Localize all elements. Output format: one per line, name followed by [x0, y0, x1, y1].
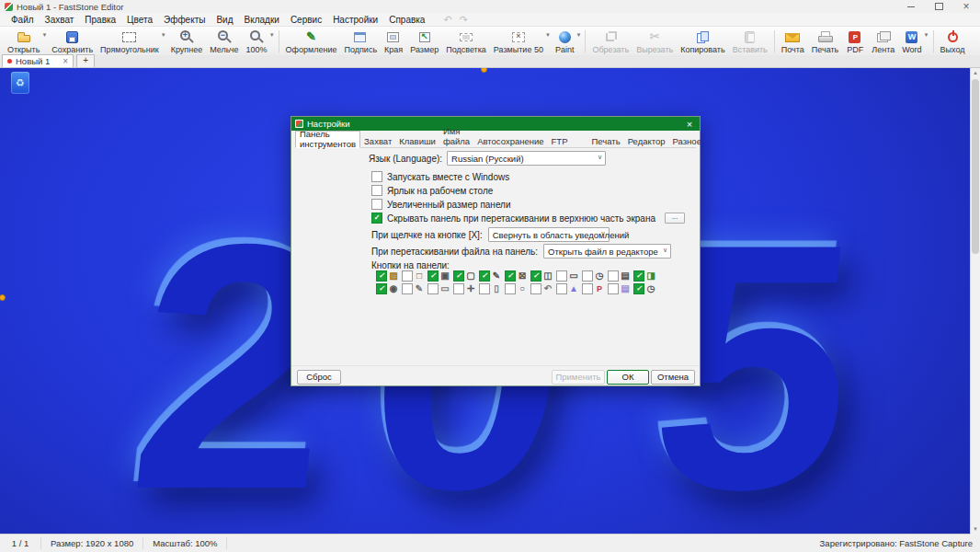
- menu-item-tabs[interactable]: Вкладки: [239, 13, 285, 26]
- checkbox-screen-ruler[interactable]: [427, 283, 439, 294]
- menu-item-effects[interactable]: Эффекты: [158, 13, 211, 26]
- panel-button-screen-widescreen[interactable]: ▯: [479, 283, 502, 294]
- checkbox-to-editor[interactable]: [376, 283, 387, 294]
- dialog-tab-print[interactable]: Печать: [588, 135, 624, 148]
- dialog-tab-autosave[interactable]: Автосохранение: [473, 135, 547, 148]
- checkbox-screen-draw[interactable]: [530, 283, 541, 294]
- checkbox-combine-images[interactable]: [608, 283, 619, 294]
- ok-button[interactable]: ОК: [607, 370, 649, 385]
- checkbox-capture-fullscreen[interactable]: [505, 270, 516, 282]
- language-select[interactable]: Russian (Русский) ∨: [447, 151, 606, 166]
- option-desktop-shortcut[interactable]: Ярлык на рабочем столе: [371, 185, 493, 196]
- toolbar-button-resize[interactable]: ↖Размер: [406, 28, 442, 55]
- panel-button-capture-freehand[interactable]: ✎: [479, 270, 502, 282]
- dialog-tab-hotkeys[interactable]: Клавиши: [395, 135, 439, 148]
- dropdown-arrow-icon[interactable]: ▼: [269, 32, 275, 38]
- option-large-panel[interactable]: Увеличенный размер панели: [371, 199, 511, 210]
- dialog-tab-misc[interactable]: Разное: [669, 135, 705, 148]
- panel-button-capture-delay[interactable]: ◷: [582, 270, 605, 282]
- selection-handle-left[interactable]: [0, 294, 6, 301]
- panel-button-screen-recorder[interactable]: ◨: [633, 270, 656, 282]
- select-close-button-action[interactable]: Свернуть в область уведомлений∨: [488, 227, 610, 242]
- menu-item-service[interactable]: Сервис: [285, 13, 327, 26]
- checkbox-color-picker[interactable]: [402, 283, 413, 294]
- checkbox-screen-widescreen[interactable]: [479, 283, 490, 294]
- panel-button-capture-scrolling[interactable]: ◫: [530, 270, 553, 282]
- toolbar-button-caption[interactable]: Подпись: [340, 28, 381, 55]
- scrollbar-thumb[interactable]: [972, 79, 979, 254]
- menu-item-file[interactable]: Файл: [6, 13, 40, 26]
- menu-item-settings[interactable]: Настройки: [327, 13, 383, 26]
- menu-item-view[interactable]: Вид: [211, 13, 238, 26]
- toolbar-button-word[interactable]: WWord▼: [898, 28, 929, 55]
- checkbox-capture-delay[interactable]: [582, 270, 593, 282]
- checkbox-large-panel[interactable]: [371, 199, 382, 210]
- checkbox-capture-rectangle[interactable]: [453, 270, 464, 282]
- panel-button-screen-timer[interactable]: ◷: [633, 283, 656, 294]
- document-tab[interactable]: Новый 1 ×: [2, 54, 74, 67]
- close-button[interactable]: [952, 0, 980, 13]
- more-options-button[interactable]: ...: [665, 213, 685, 224]
- checkbox-capture-freehand[interactable]: [479, 270, 490, 282]
- toolbar-button-highlight[interactable]: Подсветка: [442, 28, 490, 55]
- checkbox-hide-panel-on-drag[interactable]: [371, 213, 382, 224]
- panel-button-combine-images[interactable]: ▤: [608, 283, 631, 294]
- panel-button-screen-draw[interactable]: ↶: [530, 283, 553, 294]
- apply-button[interactable]: Применить: [552, 370, 605, 385]
- toolbar-button-save-disk[interactable]: Сохранить: [48, 28, 97, 55]
- panel-button-capture-menu[interactable]: ▤: [608, 270, 631, 282]
- checkbox-capture-fixed-region[interactable]: [556, 270, 567, 282]
- minimize-button[interactable]: [897, 0, 925, 13]
- toolbar-button-edge[interactable]: Края: [381, 28, 406, 55]
- checkbox-open-file[interactable]: [376, 270, 387, 282]
- checkbox-capture-window[interactable]: [402, 270, 413, 282]
- option-hide-panel-on-drag[interactable]: Скрывать панель при перетаскивании в вер…: [371, 213, 685, 224]
- toolbar-button-copy[interactable]: Копировать: [677, 28, 728, 55]
- checkbox-screen-crosshair[interactable]: [453, 283, 464, 294]
- option-run-with-windows[interactable]: Запускать вместе с Windows: [371, 171, 509, 182]
- panel-button-screen-ruler[interactable]: ▭: [427, 283, 450, 294]
- dropdown-arrow-icon[interactable]: ▼: [161, 32, 166, 38]
- panel-button-capture-active-window[interactable]: ▣: [427, 270, 450, 282]
- dialog-tab-capture[interactable]: Захват: [360, 135, 395, 148]
- toolbar-button-open-folder[interactable]: Открыть▼: [4, 28, 48, 55]
- panel-button-capture-rectangle[interactable]: ▢: [453, 270, 476, 282]
- toolbar-button-print[interactable]: Печать: [808, 28, 842, 55]
- toolbar-button-exit[interactable]: Выход: [937, 28, 969, 55]
- checkbox-screen-magnifier[interactable]: [505, 283, 516, 294]
- scroll-down-icon[interactable]: ▼: [971, 524, 980, 535]
- new-tab-button[interactable]: +: [76, 54, 95, 67]
- dialog-tab-toolbar-panel[interactable]: Панель инструментов: [295, 131, 360, 148]
- panel-button-color-picker[interactable]: ✎: [402, 283, 425, 294]
- checkbox-run-with-windows[interactable]: [371, 171, 382, 182]
- checkbox-screen-timer[interactable]: [633, 283, 644, 294]
- panel-button-screen-focus[interactable]: ▲: [556, 283, 579, 294]
- checkbox-screen-recorder[interactable]: [633, 270, 644, 282]
- panel-button-capture-fixed-region[interactable]: ▭: [556, 270, 579, 282]
- dialog-tab-ftp[interactable]: FTP: [548, 135, 572, 148]
- scroll-up-icon[interactable]: ▲: [971, 68, 980, 78]
- toolbar-button-paint[interactable]: Paint▼: [552, 28, 583, 55]
- checkbox-screen-focus[interactable]: [556, 283, 567, 294]
- panel-button-open-file[interactable]: ▨: [376, 270, 399, 282]
- selection-handle-top[interactable]: [481, 68, 487, 73]
- vertical-scrollbar[interactable]: ▲ ▼: [970, 68, 980, 535]
- cancel-button[interactable]: Отмена: [651, 370, 695, 385]
- select-drop-file-action[interactable]: Открыть файл в редакторе∨: [543, 244, 671, 259]
- image-canvas[interactable]: 2 0 5 ♻ ▲ ▼ Настройки × Панель инструмен…: [0, 68, 980, 535]
- checkbox-desktop-shortcut[interactable]: [371, 185, 382, 196]
- toolbar-button-rect-select[interactable]: Прямоугольник▼: [97, 28, 167, 55]
- maximize-button[interactable]: [925, 0, 952, 13]
- dialog-tab-editor[interactable]: Редактор: [624, 135, 669, 148]
- reset-button[interactable]: Сброс: [297, 370, 341, 385]
- dialog-tab-filename[interactable]: Имя файла: [439, 125, 473, 148]
- panel-button-screen-crosshair[interactable]: ✛: [453, 283, 476, 294]
- panel-button-pdf-converter[interactable]: P: [582, 283, 605, 294]
- menu-item-edit[interactable]: Правка: [79, 13, 121, 26]
- toolbar-button-zoom-in[interactable]: +Крупнее: [167, 28, 207, 55]
- dropdown-arrow-icon[interactable]: ▼: [575, 32, 581, 38]
- toolbar-button-zoom-out[interactable]: −Мельче: [206, 28, 242, 55]
- toolbar-button-blur[interactable]: ×Размытие 50▼: [490, 28, 552, 55]
- toolbar-button-mail[interactable]: Почта: [778, 28, 808, 55]
- dropdown-arrow-icon[interactable]: ▼: [924, 32, 929, 38]
